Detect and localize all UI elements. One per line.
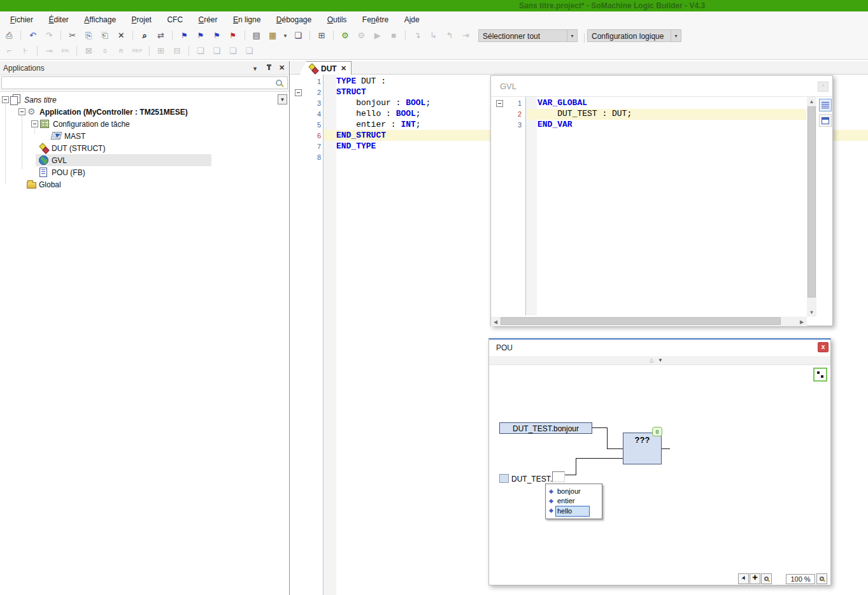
cfc-operator-block[interactable]: ??? [623,433,662,464]
tree-item-dut[interactable]: DUT (STRUCT) [0,142,289,154]
splitter-down-icon[interactable]: ▼ [658,357,663,363]
bookmark-next-icon[interactable]: ⚑ [194,29,207,43]
select-all-combo[interactable]: Sélectionner tout [478,29,567,42]
bookmark-prev-icon[interactable]: ⚑ [210,29,224,43]
tree-item-pou[interactable]: POU (FB) [0,166,289,178]
code-line[interactable]: VAR_GLOBAL [537,98,587,109]
scrollbar-thumb[interactable] [808,106,816,298]
gvl-window-button[interactable]: ▪ [818,82,829,92]
stop-icon[interactable]: ■ [387,29,401,43]
replace-icon[interactable]: ⇄ [154,29,167,43]
print-icon[interactable]: ⎙ [3,29,16,43]
order-front-icon[interactable]: ❏ [194,44,207,58]
menu-fichier[interactable]: Fichier [4,11,39,28]
pou-close-button[interactable]: x [818,342,829,352]
cfc-set-icon[interactable]: S [98,44,111,58]
undo-icon[interactable]: ↶ [26,29,39,43]
expander-minus[interactable] [2,96,9,103]
scroll-down-icon[interactable]: ▼ [807,308,816,317]
logout-icon[interactable]: ⚙ [355,29,368,43]
logic-config-combo-arrow[interactable]: ▾ [671,29,681,42]
tree-item-mast[interactable]: MAST [0,130,289,142]
step-out-icon[interactable]: ↰ [443,29,457,43]
build-icon[interactable]: ⊞ [315,29,328,43]
zoom-level-combo[interactable]: 100 % [786,574,815,584]
cut-icon[interactable]: ✂ [66,29,79,43]
grid-icon[interactable]: ▦ [266,29,280,43]
menu-outils[interactable]: Outils [321,11,353,28]
cfc-none-icon[interactable]: ⊠ [82,44,96,58]
expander-minus[interactable] [31,120,38,127]
horizontal-scrollbar[interactable]: ◀ ▶ [491,317,807,326]
vertical-scrollbar[interactable]: ▲ ▼ [807,97,816,317]
cfc-input-icon[interactable]: ⌐ [3,44,16,58]
dropdown-item-bonjour[interactable]: ◆ bonjour [546,487,602,496]
run-icon[interactable]: ▶ [371,29,384,43]
scroll-right-icon[interactable]: ▶ [797,317,806,326]
fold-minus-icon[interactable] [295,89,302,96]
menu-fenetre[interactable]: Fenêtre [356,11,395,28]
logic-config-combo[interactable]: Configuration logique [587,29,671,42]
cfc-reset-icon[interactable]: R [115,44,128,58]
paste-special-icon[interactable]: ▤ [250,29,263,43]
tree-item-configuration-tache[interactable]: Configuration de tâche [0,118,289,130]
cfc-ref-icon[interactable]: REF [131,44,144,58]
redo-icon[interactable]: ↷ [42,29,55,43]
new-object-icon[interactable]: ❏ [292,29,305,43]
step-over-icon[interactable]: ↴ [411,29,424,43]
login-icon[interactable]: ⚙ [338,29,352,43]
code-line[interactable]: END_VAR [537,120,573,131]
cfc-output-icon[interactable]: ⊦ [18,44,32,58]
step-into-icon[interactable]: ↳ [427,29,440,43]
menu-en-ligne[interactable]: En ligne [227,11,267,28]
tree-item-application[interactable]: ⚙ Application (MyController : TM251MESE) [0,106,289,118]
panel-menu-icon[interactable]: ▼ [252,66,258,72]
fold-minus-icon[interactable] [496,100,503,107]
zoom-tool-button[interactable] [761,573,772,584]
member-edit-field[interactable] [552,471,565,482]
cfc-compose-icon[interactable]: ⊞ [154,44,167,58]
zoom-fit-button[interactable] [816,573,827,584]
text-view-button[interactable] [819,99,832,111]
pou-splitter[interactable]: △ ▼ [489,356,830,365]
menu-aide[interactable]: Aide [398,11,426,28]
order-down-icon[interactable]: ❏ [243,44,256,58]
cfc-negate-icon[interactable]: ⊸ [42,44,55,58]
menu-projet[interactable]: Projet [125,11,158,28]
tab-dut[interactable]: DUT ✕ [299,61,352,75]
tree-item-global[interactable]: Global [0,178,289,190]
order-back-icon[interactable]: ❏ [210,44,224,58]
pin-icon[interactable] [268,64,270,70]
route-connections-button[interactable] [813,368,827,382]
menu-debogage[interactable]: Débogage [270,11,318,28]
cfc-en-eno-icon[interactable]: EN [59,44,72,58]
tree-item-gvl[interactable]: GVL [0,154,289,166]
scrollbar-thumb[interactable] [501,317,781,325]
dropdown-item-hello[interactable]: ◆ hello [546,506,602,515]
select-all-combo-arrow[interactable]: ▾ [567,29,578,42]
bookmark-toggle-icon[interactable]: ⚑ [178,29,191,43]
cfc-decompose-icon[interactable]: ⊟ [170,44,183,58]
tree-search-input[interactable] [1,76,288,89]
panel-close-icon[interactable]: ✕ [279,64,285,72]
select-tool-button[interactable]: ➤ [738,573,749,584]
menu-editer[interactable]: Éditer [42,11,75,28]
pan-tool-button[interactable]: ✚ [750,573,760,584]
menu-creer[interactable]: Créer [192,11,224,28]
copy-icon[interactable]: ⎘ [82,29,96,43]
cfc-input-block[interactable]: DUT_TEST.bonjour [499,422,592,434]
expander-minus[interactable] [18,108,25,115]
delete-icon[interactable]: ✕ [115,29,128,43]
paste-icon[interactable]: ⎗ [98,29,111,43]
find-icon[interactable]: ⌕ [138,29,152,43]
code-line[interactable]: DUT_TEST : DUT; [537,109,632,120]
cfc-pin-label[interactable]: DUT_TEST. [511,475,552,484]
scroll-left-icon[interactable]: ◀ [491,317,500,326]
splitter-up-icon[interactable]: △ [650,357,653,363]
cfc-input-pin-square[interactable] [499,474,509,483]
menu-cfc[interactable]: CFC [160,11,189,28]
dropdown-item-entier[interactable]: ◆ entier [546,496,602,506]
tab-close-icon[interactable]: ✕ [341,64,346,73]
table-view-button[interactable] [819,114,832,127]
menu-affichage[interactable]: Affichage [78,11,122,28]
